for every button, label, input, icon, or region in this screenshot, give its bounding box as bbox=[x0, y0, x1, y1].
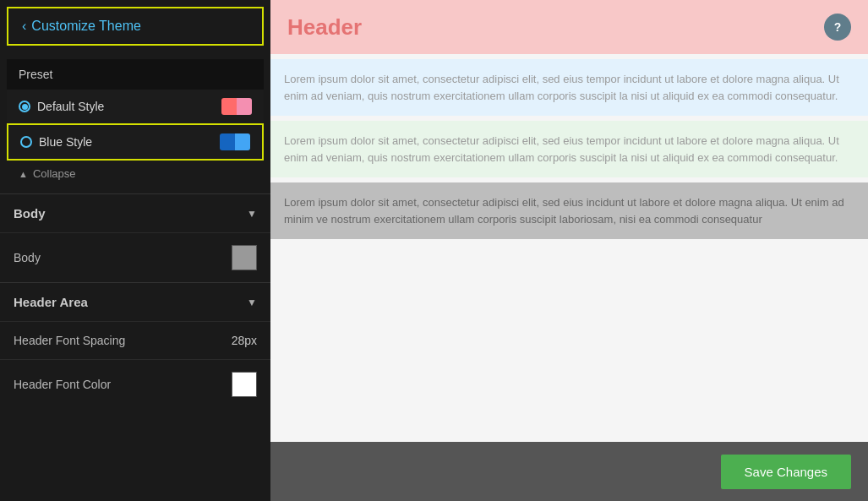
header-font-spacing-label: Header Font Spacing bbox=[14, 334, 125, 347]
header-font-color-label: Header Font Color bbox=[14, 378, 111, 391]
back-arrow-icon: ‹ bbox=[22, 19, 26, 34]
main-content: Header ? Lorem ipsum dolor sit amet, con… bbox=[270, 0, 868, 501]
sidebar-title: Customize Theme bbox=[31, 19, 141, 34]
radio-blue[interactable] bbox=[20, 136, 32, 148]
preview-header-title: Header bbox=[287, 14, 362, 41]
customize-theme-header[interactable]: ‹ Customize Theme bbox=[7, 7, 264, 46]
preview-block-gray: Lorem ipsum dolor sit amet, consectetur … bbox=[270, 182, 868, 239]
body-color-row: Body bbox=[0, 232, 270, 282]
collapse-label: Collapse bbox=[33, 167, 76, 180]
collapse-row[interactable]: ▲ Collapse bbox=[7, 161, 264, 187]
bottom-bar: Save Changes bbox=[270, 442, 868, 501]
collapse-arrow-icon: ▲ bbox=[19, 169, 28, 179]
help-button[interactable]: ? bbox=[824, 14, 851, 41]
header-area-title: Header Area bbox=[14, 295, 88, 309]
header-area-section-header[interactable]: Header Area ▼ bbox=[0, 282, 270, 321]
toggle-default-icon bbox=[221, 98, 252, 115]
preview-block-green: Lorem ipsum dolor sit amet, consectetur … bbox=[270, 121, 868, 177]
preview-header: Header ? bbox=[270, 0, 868, 54]
preview-block-gray-text: Lorem ipsum dolor sit amet, consectetur … bbox=[284, 196, 844, 226]
header-font-spacing-value: 28px bbox=[232, 334, 257, 347]
preset-label: Preset bbox=[7, 59, 264, 90]
preview-area: Header ? Lorem ipsum dolor sit amet, con… bbox=[270, 0, 868, 442]
preview-block-green-text: Lorem ipsum dolor sit amet, consectetur … bbox=[284, 134, 839, 164]
preset-blue-option[interactable]: Blue Style bbox=[7, 123, 264, 161]
header-font-color-swatch[interactable] bbox=[232, 372, 257, 397]
preset-default-label: Default Style bbox=[37, 100, 104, 113]
radio-default[interactable] bbox=[19, 101, 30, 112]
preset-blue-left: Blue Style bbox=[20, 135, 92, 149]
preset-default-option[interactable]: Default Style bbox=[7, 90, 264, 123]
save-changes-button[interactable]: Save Changes bbox=[721, 455, 851, 489]
header-font-spacing-row: Header Font Spacing 28px bbox=[0, 321, 270, 359]
header-font-color-row: Header Font Color bbox=[0, 359, 270, 409]
body-section-header[interactable]: Body ▼ bbox=[0, 193, 270, 232]
preview-block-blue-text: Lorem ipsum dolor sit amet, consectetur … bbox=[284, 73, 839, 102]
header-area-chevron-icon: ▼ bbox=[247, 297, 257, 308]
toggle-blue-icon bbox=[220, 133, 250, 150]
preset-section: Preset Default Style Blue Style ▲ Collap… bbox=[7, 59, 264, 187]
body-color-swatch[interactable] bbox=[232, 245, 257, 270]
preset-default-left: Default Style bbox=[19, 100, 104, 113]
preview-block-blue: Lorem ipsum dolor sit amet, consectetur … bbox=[270, 59, 868, 116]
body-label: Body bbox=[14, 251, 41, 264]
body-chevron-icon: ▼ bbox=[247, 208, 257, 220]
preset-blue-label: Blue Style bbox=[39, 135, 92, 149]
body-section-title: Body bbox=[14, 206, 46, 221]
sidebar: ‹ Customize Theme Preset Default Style B… bbox=[0, 0, 270, 501]
